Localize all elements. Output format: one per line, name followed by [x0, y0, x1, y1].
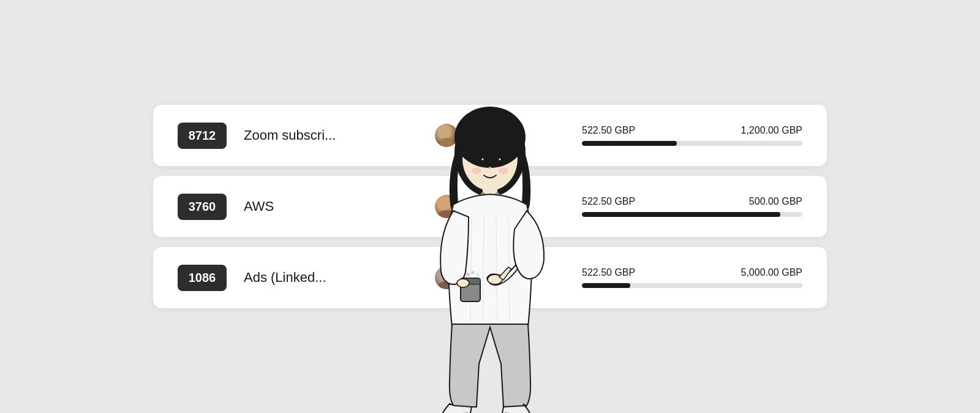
progress-bar-background: [582, 212, 802, 217]
card-8712[interactable]: 8712 Zoom subscri... May Smith 522.50 GB…: [153, 105, 827, 166]
assignee-section: Al Abadi: [435, 266, 557, 289]
card-3760[interactable]: 3760 AWS Ida Jones 522.50 GBP 500.00 GBP: [153, 176, 827, 237]
assignee-name: Al Abadi: [466, 271, 506, 284]
cards-container: 8712 Zoom subscri... May Smith 522.50 GB…: [153, 105, 827, 308]
card-id-badge: 3760: [178, 194, 227, 220]
progress-bar-fill: [582, 212, 780, 217]
budget-spent: 522.50 GBP: [582, 267, 635, 278]
card-name: Ads (Linked...: [244, 270, 435, 286]
assignee-section: May Smith: [435, 124, 557, 147]
progress-bar-background: [582, 141, 802, 146]
assignee-section: Ida Jones: [435, 195, 557, 218]
avatar: [435, 124, 458, 147]
budget-total: 1,200.00 GBP: [741, 125, 802, 136]
progress-bar-fill: [582, 141, 677, 146]
card-1086[interactable]: 1086 Ads (Linked... Al Abadi 522.50 GBP …: [153, 247, 827, 308]
budget-total: 5,000.00 GBP: [741, 267, 802, 278]
budget-section: 522.50 GBP 1,200.00 GBP: [582, 125, 802, 146]
budget-section: 522.50 GBP 500.00 GBP: [582, 196, 802, 217]
card-id-badge: 1086: [178, 265, 227, 291]
budget-total: 500.00 GBP: [749, 196, 802, 207]
card-name: AWS: [244, 199, 435, 214]
avatar: [435, 195, 458, 218]
budget-numbers: 522.50 GBP 5,000.00 GBP: [582, 267, 802, 278]
budget-numbers: 522.50 GBP 1,200.00 GBP: [582, 125, 802, 136]
progress-bar-background: [582, 283, 802, 288]
budget-numbers: 522.50 GBP 500.00 GBP: [582, 196, 802, 207]
budget-spent: 522.50 GBP: [582, 125, 635, 136]
avatar: [435, 266, 458, 289]
progress-bar-fill: [582, 283, 630, 288]
assignee-name: Ida Jones: [466, 200, 513, 213]
card-id-badge: 8712: [178, 123, 227, 149]
assignee-name: May Smith: [466, 129, 518, 142]
budget-section: 522.50 GBP 5,000.00 GBP: [582, 267, 802, 288]
card-name: Zoom subscri...: [244, 127, 435, 143]
budget-spent: 522.50 GBP: [582, 196, 635, 207]
